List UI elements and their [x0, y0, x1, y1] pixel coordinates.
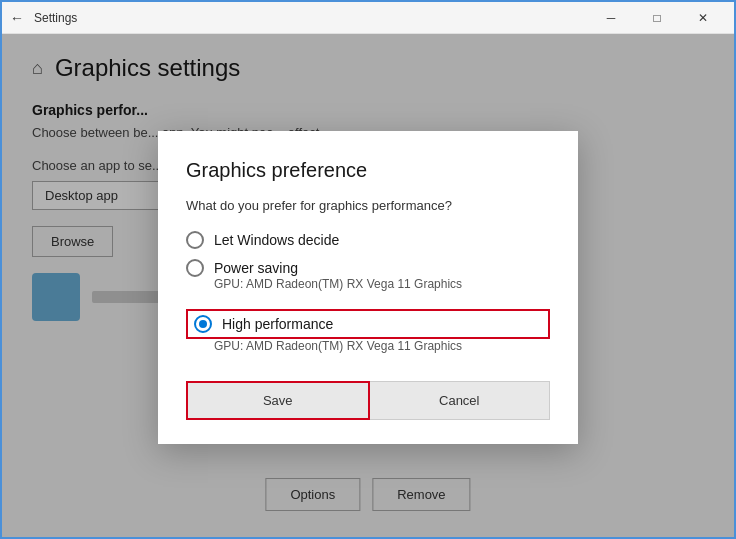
high-performance-row[interactable]: High performance [186, 309, 550, 339]
radio-label-power-saving: Power saving [214, 260, 298, 276]
modal-buttons: Save Cancel [186, 381, 550, 420]
radio-circle-high-performance [194, 315, 212, 333]
title-bar: ← Settings ─ □ ✕ [2, 2, 734, 34]
window-title: Settings [34, 11, 588, 25]
radio-group: Let Windows decide Power saving GPU: AMD… [186, 231, 550, 361]
modal-question: What do you prefer for graphics performa… [186, 198, 550, 213]
high-performance-group: High performance GPU: AMD Radeon(TM) RX … [186, 309, 550, 361]
radio-circle-power-saving [186, 259, 204, 277]
radio-circle-let-windows [186, 231, 204, 249]
minimize-button[interactable]: ─ [588, 2, 634, 34]
power-saving-group: Power saving GPU: AMD Radeon(TM) RX Vega… [186, 259, 550, 299]
graphics-preference-dialog: Graphics preference What do you prefer f… [158, 131, 578, 444]
radio-label-high-performance: High performance [222, 316, 333, 332]
cancel-button[interactable]: Cancel [370, 381, 551, 420]
power-saving-gpu-info: GPU: AMD Radeon(TM) RX Vega 11 Graphics [214, 277, 550, 291]
modal-overlay: Graphics preference What do you prefer f… [2, 34, 734, 539]
radio-dot-high-performance [199, 320, 207, 328]
back-button[interactable]: ← [10, 10, 24, 26]
high-performance-gpu-info: GPU: AMD Radeon(TM) RX Vega 11 Graphics [214, 339, 550, 353]
close-button[interactable]: ✕ [680, 2, 726, 34]
radio-label-let-windows: Let Windows decide [214, 232, 339, 248]
modal-title: Graphics preference [186, 159, 550, 182]
window-controls: ─ □ ✕ [588, 2, 726, 34]
radio-option-let-windows[interactable]: Let Windows decide [186, 231, 550, 249]
maximize-button[interactable]: □ [634, 2, 680, 34]
main-content: ⌂ Graphics settings Graphics perfor... C… [2, 34, 734, 539]
radio-option-power-saving[interactable]: Power saving [186, 259, 550, 277]
save-button[interactable]: Save [186, 381, 370, 420]
